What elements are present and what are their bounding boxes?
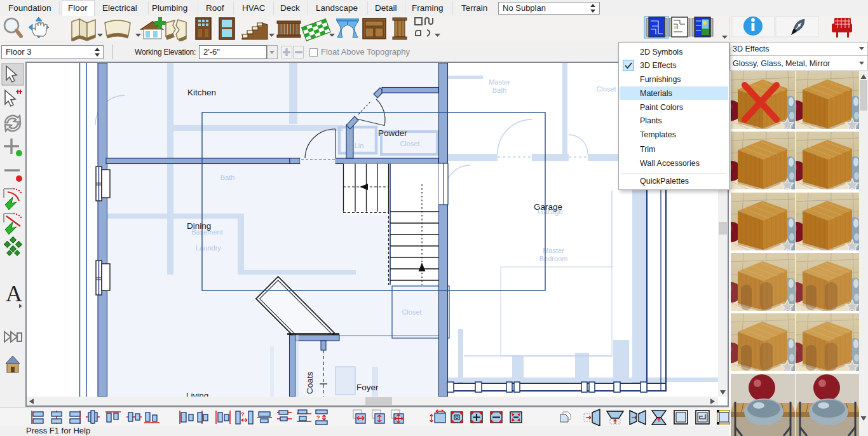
svg-text:Kitchen: Kitchen — [187, 88, 216, 97]
svg-text:Closet: Closet — [400, 140, 419, 147]
svg-text:Foyer: Foyer — [356, 383, 379, 392]
svg-text:Powder: Powder — [378, 128, 407, 138]
svg-text:Lin: Lin — [355, 142, 364, 149]
svg-text:Living: Living — [186, 391, 208, 397]
svg-text:Master: Master — [489, 78, 510, 86]
svg-text:Dining: Dining — [187, 221, 211, 231]
svg-text:Laundry: Laundry — [196, 244, 221, 252]
svg-text:Closet: Closet — [596, 85, 616, 93]
svg-text:A: A — [6, 281, 22, 306]
svg-text:Master: Master — [543, 247, 564, 254]
svg-text:?: ? — [241, 411, 245, 418]
svg-text:Closet: Closet — [402, 308, 421, 316]
svg-text:Bedroom: Bedroom — [539, 255, 568, 262]
svg-text:Garage: Garage — [534, 202, 562, 212]
svg-text:Bath: Bath — [220, 174, 235, 181]
svg-text:Coats: Coats — [305, 371, 315, 394]
svg-text:Bath: Bath — [492, 86, 507, 94]
svg-text:?: ? — [316, 414, 320, 421]
